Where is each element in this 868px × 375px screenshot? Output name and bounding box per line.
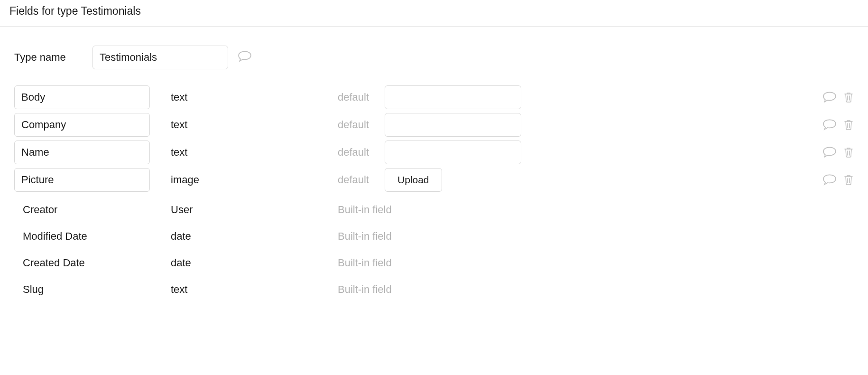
field-name-input[interactable] xyxy=(14,168,150,192)
field-row: textdefault xyxy=(14,141,854,164)
field-row: imagedefaultUpload xyxy=(14,168,854,192)
trash-icon[interactable] xyxy=(843,146,854,159)
builtin-field-row: Created DatedateBuilt-in field xyxy=(14,250,854,276)
builtin-field-type: date xyxy=(171,230,338,243)
field-name-input[interactable] xyxy=(14,85,150,109)
builtin-field-label: Built-in field xyxy=(338,204,392,216)
comment-icon[interactable] xyxy=(822,174,837,186)
builtin-field-name: Creator xyxy=(14,204,171,216)
default-value-input[interactable] xyxy=(385,85,521,109)
builtin-field-label: Built-in field xyxy=(338,257,392,269)
type-name-label: Type name xyxy=(14,51,92,64)
default-label: default xyxy=(338,119,385,131)
default-value-input[interactable] xyxy=(385,113,521,137)
builtin-field-name: Created Date xyxy=(14,257,171,269)
builtin-field-name: Modified Date xyxy=(14,230,171,243)
upload-button[interactable]: Upload xyxy=(385,168,442,192)
field-name-input[interactable] xyxy=(14,113,150,137)
default-label: default xyxy=(338,146,385,159)
builtin-field-row: SlugtextBuilt-in field xyxy=(14,276,854,303)
field-type-label: text xyxy=(171,119,338,131)
trash-icon[interactable] xyxy=(843,174,854,186)
builtin-field-type: date xyxy=(171,257,338,269)
comment-icon[interactable] xyxy=(822,91,837,103)
field-type-label: text xyxy=(171,146,338,159)
comment-icon[interactable] xyxy=(822,119,837,131)
field-row: textdefault xyxy=(14,85,854,109)
field-type-label: text xyxy=(171,91,338,103)
default-label: default xyxy=(338,91,385,103)
builtin-field-name: Slug xyxy=(14,283,171,296)
builtin-field-row: Modified DatedateBuilt-in field xyxy=(14,223,854,250)
builtin-field-label: Built-in field xyxy=(338,283,392,296)
trash-icon[interactable] xyxy=(843,91,854,103)
builtin-field-type: User xyxy=(171,204,338,216)
page-title: Fields for type Testimonials xyxy=(0,0,868,27)
field-type-label: image xyxy=(171,174,338,186)
builtin-field-type: text xyxy=(171,283,338,296)
trash-icon[interactable] xyxy=(843,119,854,131)
field-row: textdefault xyxy=(14,113,854,137)
field-name-input[interactable] xyxy=(14,141,150,164)
builtin-field-row: CreatorUserBuilt-in field xyxy=(14,197,854,223)
builtin-field-label: Built-in field xyxy=(338,230,392,243)
default-value-input[interactable] xyxy=(385,141,521,164)
type-name-input[interactable] xyxy=(92,46,228,69)
comment-icon[interactable] xyxy=(238,50,252,63)
default-label: default xyxy=(338,174,385,186)
type-name-row: Type name xyxy=(14,46,854,69)
comment-icon[interactable] xyxy=(822,146,837,159)
